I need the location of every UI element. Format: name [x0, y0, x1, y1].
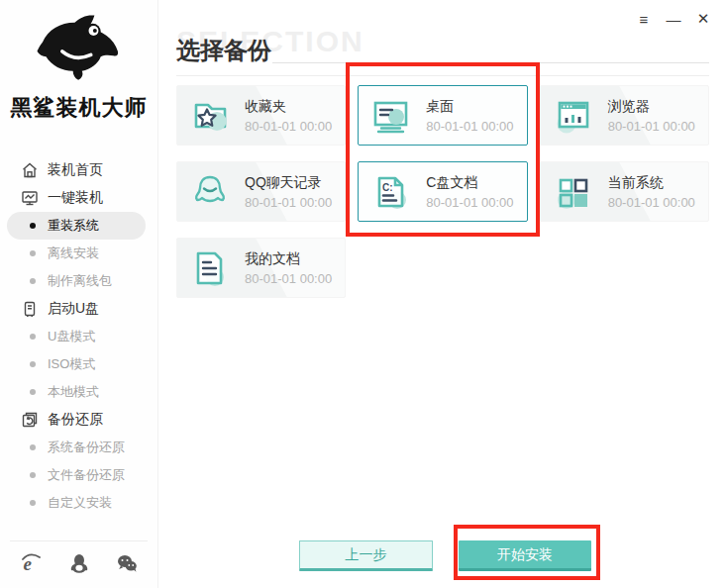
sidebar-item-label: 重装系统: [48, 217, 99, 235]
sidebar-item-reinstall-system[interactable]: 重装系统: [7, 212, 146, 240]
shark-logo: [30, 73, 129, 90]
sidebar-item-label: 备份还原: [48, 411, 103, 429]
sidebar-item-label: 启动U盘: [48, 300, 99, 318]
bullet-dot: [30, 334, 36, 340]
bullet-dot: [30, 472, 36, 478]
sidebar-item-home[interactable]: 装机首页: [0, 156, 157, 184]
menu-icon[interactable]: ≡: [633, 8, 655, 30]
card-label: 桌面: [426, 98, 513, 116]
sidebar-menu: 装机首页 一键装机 重装系统 离线安装 制作离线包 启动U盘 U盘模式 ISO模…: [0, 156, 157, 517]
title-underline: [272, 62, 709, 63]
card-label: 我的文档: [245, 250, 332, 268]
backup-card-my-documents[interactable]: 我的文档 80-01-01 00:00: [176, 238, 346, 298]
backup-card-desktop[interactable]: 桌面 80-01-01 00:00: [358, 85, 527, 146]
backup-restore-icon: [21, 411, 39, 429]
wechat-icon[interactable]: [116, 552, 138, 574]
card-label: C盘文档: [426, 174, 513, 192]
window-controls: ≡ — ✕: [633, 8, 714, 30]
app-name: 黑鲨装机大师: [0, 93, 157, 123]
home-icon: [21, 161, 39, 179]
sidebar-item-make-offline-package[interactable]: 制作离线包: [0, 267, 157, 295]
sidebar-item-label: 离线安装: [48, 245, 99, 262]
bullet-dot: [30, 250, 36, 256]
bullet-dot: [30, 444, 36, 450]
backup-cards-grid: 收藏夹 80-01-01 00:00 桌面 80-01-01 00:00 浏览器…: [176, 85, 709, 298]
my-documents-icon: [188, 246, 232, 290]
header-divider: [176, 75, 709, 76]
backup-card-current-system[interactable]: 当前系统 80-01-01 00:00: [540, 161, 709, 222]
close-icon[interactable]: ✕: [692, 8, 714, 30]
sidebar-item-label: 文件备份还原: [48, 466, 125, 484]
sidebar-item-label: 制作离线包: [48, 272, 112, 290]
sidebar-item-file-backup-restore[interactable]: 文件备份还原: [0, 461, 157, 489]
sidebar-item-custom-install[interactable]: 自定义安装: [0, 489, 157, 517]
card-date: 80-01-01 00:00: [608, 119, 695, 134]
browser-icon: [552, 94, 595, 138]
start-install-button[interactable]: 开始安装: [459, 540, 591, 571]
qq-icon[interactable]: [68, 552, 90, 574]
sidebar-item-label: ISO模式: [48, 355, 95, 373]
sidebar-item-usb-mode[interactable]: U盘模式: [0, 323, 157, 350]
ie-browser-icon[interactable]: e: [20, 552, 42, 574]
current-system-icon: [552, 170, 595, 214]
bullet-dot: [30, 389, 36, 395]
backup-card-qq-chat-history[interactable]: QQ聊天记录 80-01-01 00:00: [176, 161, 346, 222]
sidebar-footer-icons: e: [0, 544, 157, 582]
sidebar-item-label: 系统备份还原: [48, 439, 125, 456]
sidebar-divider: [10, 540, 148, 541]
sidebar-item-backup-restore[interactable]: 备份还原: [0, 406, 157, 434]
main-content: ≡ — ✕ SELECTION 选择备份 收藏夹 80-01-01 00:00 …: [158, 0, 726, 588]
card-date: 80-01-01 00:00: [245, 119, 332, 134]
card-date: 80-01-01 00:00: [608, 195, 695, 210]
card-date: 80-01-01 00:00: [245, 195, 332, 210]
svg-text:C:: C:: [382, 181, 393, 192]
sidebar-item-label: 一键装机: [48, 189, 103, 207]
card-label: 当前系统: [608, 174, 695, 192]
monitor-chart-icon: [21, 189, 39, 207]
backup-card-browser[interactable]: 浏览器 80-01-01 00:00: [540, 85, 709, 146]
backup-card-c-drive-docs[interactable]: C: C盘文档 80-01-01 00:00: [358, 161, 527, 222]
sidebar-item-label: U盘模式: [48, 328, 95, 345]
minimize-icon[interactable]: —: [663, 8, 684, 30]
sidebar: 黑鲨装机大师 装机首页 一键装机 重装系统 离线安装 制作离线包 启动U盘 U盘…: [0, 0, 158, 588]
sidebar-item-local-mode[interactable]: 本地模式: [0, 378, 157, 406]
sidebar-item-iso-mode[interactable]: ISO模式: [0, 350, 157, 378]
sidebar-item-label: 自定义安装: [48, 494, 112, 512]
c-drive-doc-icon: C:: [369, 170, 413, 214]
sidebar-item-label: 装机首页: [48, 161, 103, 179]
backup-card-favorites[interactable]: 收藏夹 80-01-01 00:00: [176, 85, 346, 146]
usb-drive-icon: [21, 300, 39, 318]
favorites-folder-icon: [188, 94, 232, 138]
bullet-dot: [30, 278, 36, 284]
sidebar-item-system-backup-restore[interactable]: 系统备份还原: [0, 434, 157, 461]
bullet-dot: [30, 223, 36, 229]
logo-area: 黑鲨装机大师: [0, 0, 157, 123]
card-label: 浏览器: [608, 98, 695, 116]
page-title: 选择备份: [176, 35, 271, 66]
card-date: 80-01-01 00:00: [426, 119, 513, 134]
qq-chat-icon: [188, 170, 232, 214]
sidebar-item-boot-usb[interactable]: 启动U盘: [0, 295, 157, 323]
card-date: 80-01-01 00:00: [426, 195, 513, 210]
card-date: 80-01-01 00:00: [245, 271, 332, 286]
sidebar-item-offline-install[interactable]: 离线安装: [0, 240, 157, 267]
sidebar-item-one-click-install[interactable]: 一键装机: [0, 184, 157, 212]
desktop-icon: [369, 94, 413, 138]
card-label: QQ聊天记录: [245, 174, 332, 192]
bullet-dot: [30, 361, 36, 367]
card-label: 收藏夹: [245, 98, 332, 116]
bullet-dot: [30, 500, 36, 506]
back-button[interactable]: 上一步: [299, 540, 433, 571]
sidebar-item-label: 本地模式: [48, 383, 99, 401]
